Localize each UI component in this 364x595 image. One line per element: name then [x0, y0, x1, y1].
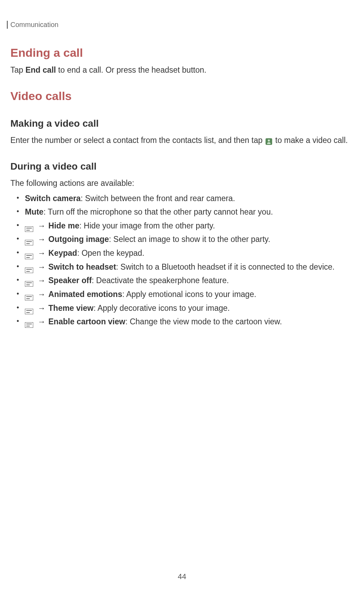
list-item: → Speaker off: Deactivate the speakerpho… [10, 274, 354, 287]
video-call-icon [265, 137, 272, 144]
item-bold: Outgoing image [48, 235, 109, 244]
text: Tap [10, 65, 25, 74]
arrow: → [35, 276, 48, 285]
list-item: → Hide me: Hide your image from the othe… [10, 220, 354, 232]
subsection-during: During a video call [10, 161, 354, 172]
list-item: → Keypad: Open the keypad. [10, 247, 354, 260]
item-rest: : Apply emotional icons to your image. [122, 290, 256, 299]
menu-icon [25, 319, 33, 325]
arrow: → [35, 221, 48, 230]
text: to end a call. Or press the headset butt… [56, 65, 207, 74]
list-item: → Switch to headset: Switch to a Bluetoo… [10, 261, 354, 273]
item-rest: : Hide your image from the other party. [79, 221, 215, 230]
text: Enter the number or select a contact fro… [10, 136, 265, 145]
end-call-bold: End call [25, 65, 56, 74]
menu-icon [25, 251, 33, 256]
item-rest: : Change the view mode to the cartoon vi… [125, 317, 282, 326]
page-header: Communication [7, 21, 354, 29]
item-bold: Switch camera [25, 194, 81, 203]
arrow: → [35, 262, 48, 271]
section-title-ending: Ending a call [10, 46, 354, 60]
item-rest: : Switch between the front and rear came… [81, 194, 235, 203]
item-bold: Speaker off [48, 276, 92, 285]
during-intro: The following actions are available: [10, 178, 354, 189]
item-bold: Animated emotions [48, 290, 122, 299]
menu-icon [25, 264, 33, 270]
list-item: Switch camera: Switch between the front … [10, 192, 354, 205]
item-rest: : Deactivate the speakerphone feature. [92, 276, 229, 285]
item-bold: Enable cartoon view [48, 317, 125, 326]
item-bold: Mute [25, 207, 44, 216]
arrow: → [35, 290, 48, 299]
arrow: → [35, 249, 48, 258]
item-rest: : Turn off the microphone so that the ot… [44, 207, 273, 216]
item-rest: : Switch to a Bluetooth headset if it is… [116, 262, 335, 271]
item-bold: Hide me [48, 221, 79, 230]
arrow: → [35, 235, 48, 244]
list-item: → Enable cartoon view: Change the view m… [10, 316, 354, 328]
list-item: Mute: Turn off the microphone so that th… [10, 206, 354, 218]
item-bold: Keypad [48, 249, 77, 258]
menu-icon [25, 278, 33, 283]
arrow: → [35, 304, 48, 313]
item-rest: : Apply decorative icons to your image. [93, 304, 230, 313]
text: to make a video call. [273, 136, 348, 145]
list-item: → Animated emotions: Apply emotional ico… [10, 288, 354, 301]
menu-icon [25, 292, 33, 297]
action-list: Switch camera: Switch between the front … [10, 192, 354, 328]
arrow: → [35, 317, 48, 326]
making-video-text: Enter the number or select a contact fro… [10, 135, 354, 146]
item-rest: : Select an image to show it to the othe… [109, 235, 270, 244]
ending-call-text: Tap End call to end a call. Or press the… [10, 64, 354, 75]
list-item: → Outgoing image: Select an image to sho… [10, 233, 354, 246]
list-item: → Theme view: Apply decorative icons to … [10, 302, 354, 315]
section-title-video: Video calls [10, 89, 354, 103]
subsection-making: Making a video call [10, 118, 354, 129]
page-number: 44 [0, 572, 364, 581]
menu-icon [25, 306, 33, 311]
menu-icon [25, 237, 33, 242]
item-bold: Switch to headset [48, 262, 116, 271]
menu-icon [25, 223, 33, 229]
item-rest: : Open the keypad. [77, 249, 144, 258]
item-bold: Theme view [48, 304, 93, 313]
